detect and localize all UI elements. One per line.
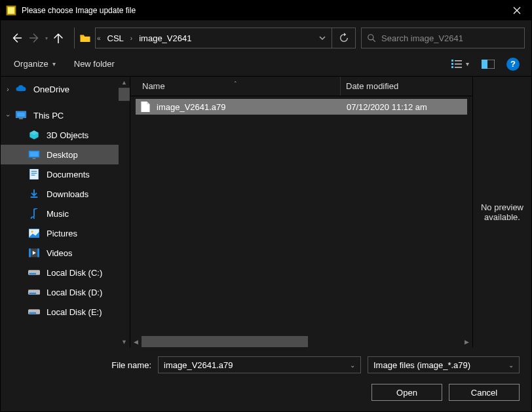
- file-name: image_V2641.a79: [157, 102, 347, 112]
- folder-icon: [75, 28, 96, 48]
- file-row[interactable]: image_V2641.a79 07/12/2020 11:12 am: [136, 99, 467, 115]
- search-input[interactable]: Search image_V2641: [361, 28, 525, 48]
- nav-dropdown-icon[interactable]: ▾: [45, 35, 48, 41]
- forward-button[interactable]: [26, 29, 44, 47]
- documents-icon: [28, 168, 40, 180]
- music-icon: [28, 208, 40, 219]
- 3d-objects-icon: [28, 129, 40, 141]
- svg-rect-14: [19, 119, 23, 120]
- preview-pane: No preview available.: [472, 77, 531, 347]
- svg-rect-7: [455, 60, 462, 62]
- chevron-down-icon: ▾: [52, 60, 56, 67]
- scroll-thumb[interactable]: [119, 88, 130, 101]
- tree-item-downloads[interactable]: Downloads: [1, 184, 130, 204]
- scroll-up-icon[interactable]: ▲: [119, 77, 130, 88]
- file-date: 07/12/2020 11:12 am: [347, 102, 427, 112]
- horizontal-scrollbar[interactable]: ◀ ▶: [130, 336, 472, 347]
- svg-rect-21: [31, 175, 35, 176]
- search-placeholder: Search image_V2641: [381, 33, 463, 43]
- dialog-footer: File name: image_V2641.a79 ⌄ Image files…: [1, 347, 531, 411]
- collapse-icon[interactable]: ›: [5, 111, 12, 120]
- svg-rect-20: [31, 173, 37, 174]
- scroll-thumb[interactable]: [142, 336, 308, 347]
- back-button[interactable]: [7, 29, 26, 47]
- new-folder-button[interactable]: New folder: [69, 56, 120, 71]
- preview-pane-button[interactable]: [478, 55, 499, 73]
- tree-item-3d-objects[interactable]: 3D Objects: [1, 125, 130, 145]
- svg-rect-4: [451, 60, 453, 62]
- column-name[interactable]: ˄ Name: [130, 81, 340, 91]
- videos-icon: [28, 247, 40, 259]
- svg-rect-6: [451, 66, 453, 68]
- breadcrumb-seg-2[interactable]: image_V2641: [134, 28, 197, 48]
- svg-rect-29: [29, 273, 37, 274]
- svg-rect-31: [29, 293, 37, 294]
- pictures-icon: [28, 227, 40, 239]
- disk-icon: [28, 267, 40, 278]
- view-options-button[interactable]: ▾: [446, 55, 474, 73]
- svg-rect-9: [455, 67, 462, 68]
- address-dropdown-icon[interactable]: [313, 34, 332, 42]
- titlebar: Please choose Image update file: [1, 1, 531, 20]
- filename-label: File name:: [12, 360, 151, 370]
- help-icon: ?: [506, 58, 520, 71]
- svg-rect-17: [33, 158, 36, 159]
- address-bar[interactable]: « CSL › image_V2641: [74, 28, 332, 48]
- svg-rect-13: [17, 113, 25, 117]
- breadcrumb-seg-1[interactable]: CSL: [102, 28, 129, 48]
- pc-icon: [15, 109, 27, 121]
- disk-icon: [28, 306, 40, 318]
- refresh-button[interactable]: [332, 28, 356, 48]
- file-type-filter[interactable]: Image files (image_*.a79) ⌄: [368, 356, 520, 373]
- file-open-dialog: Please choose Image update file ▾ « CSL …: [0, 0, 532, 412]
- scroll-right-icon[interactable]: ▶: [461, 336, 472, 347]
- svg-rect-8: [455, 64, 462, 65]
- filename-input[interactable]: image_V2641.a79 ⌄: [158, 356, 361, 373]
- tree-item-this-pc[interactable]: › This PC: [1, 105, 130, 125]
- tree-item-disk-c[interactable]: Local Disk (C:): [1, 263, 130, 282]
- scroll-left-icon[interactable]: ◀: [130, 336, 142, 347]
- svg-rect-16: [29, 152, 39, 157]
- organize-button[interactable]: Organize ▾: [9, 56, 61, 71]
- chevron-left-icon[interactable]: «: [96, 35, 102, 42]
- up-button[interactable]: [49, 29, 67, 47]
- desktop-icon: [28, 149, 40, 160]
- window-title: Please choose Image update file: [22, 6, 502, 15]
- svg-rect-11: [482, 60, 487, 69]
- navigation-tree: › OneDrive › This PC 3D Objects Desktop: [1, 77, 130, 347]
- downloads-icon: [28, 188, 40, 200]
- cancel-button[interactable]: Cancel: [449, 384, 520, 401]
- app-icon: [6, 5, 16, 16]
- svg-line-3: [373, 39, 375, 42]
- tree-item-disk-d[interactable]: Local Disk (D:): [1, 282, 130, 302]
- svg-point-2: [368, 35, 373, 40]
- nav-row: ▾ « CSL › image_V2641 Search image_V2641: [1, 24, 531, 52]
- chevron-down-icon[interactable]: ⌄: [350, 362, 355, 369]
- svg-rect-1: [8, 7, 14, 14]
- svg-rect-18: [29, 169, 38, 179]
- onedrive-icon: [15, 83, 27, 95]
- chevron-down-icon: ▾: [466, 60, 469, 67]
- tree-item-music[interactable]: Music: [1, 204, 130, 223]
- svg-rect-22: [31, 197, 38, 198]
- help-button[interactable]: ?: [503, 55, 523, 73]
- tree-item-videos[interactable]: Videos: [1, 243, 130, 263]
- expand-icon[interactable]: ›: [3, 86, 12, 93]
- tree-item-desktop[interactable]: Desktop: [1, 145, 130, 164]
- sidebar-scrollbar[interactable]: ▲ ▼: [119, 77, 130, 347]
- tree-item-pictures[interactable]: Pictures: [1, 223, 130, 243]
- open-button[interactable]: Open: [371, 384, 442, 401]
- chevron-down-icon[interactable]: ⌄: [508, 362, 514, 369]
- scroll-down-icon[interactable]: ▼: [119, 336, 130, 347]
- close-button[interactable]: [502, 1, 531, 20]
- svg-point-24: [31, 231, 33, 233]
- tree-item-documents[interactable]: Documents: [1, 164, 130, 184]
- sort-asc-icon: ˄: [234, 81, 237, 87]
- column-date[interactable]: Date modified: [340, 77, 472, 96]
- tree-item-disk-e[interactable]: Local Disk (E:): [1, 302, 130, 322]
- tree-item-onedrive[interactable]: › OneDrive: [1, 79, 130, 99]
- svg-rect-33: [29, 312, 37, 314]
- svg-rect-26: [29, 248, 31, 257]
- toolbar: Organize ▾ New folder ▾ ?: [1, 52, 531, 77]
- svg-rect-27: [37, 248, 39, 257]
